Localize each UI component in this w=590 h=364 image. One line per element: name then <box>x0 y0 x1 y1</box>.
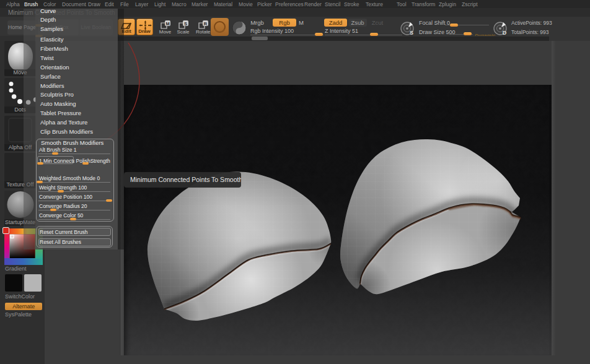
svg-text:M: M <box>165 21 169 27</box>
svg-text:R: R <box>204 21 208 27</box>
svg-text:S: S <box>184 21 187 27</box>
svg-text:S: S <box>410 30 413 36</box>
svg-text:D: D <box>503 30 507 36</box>
